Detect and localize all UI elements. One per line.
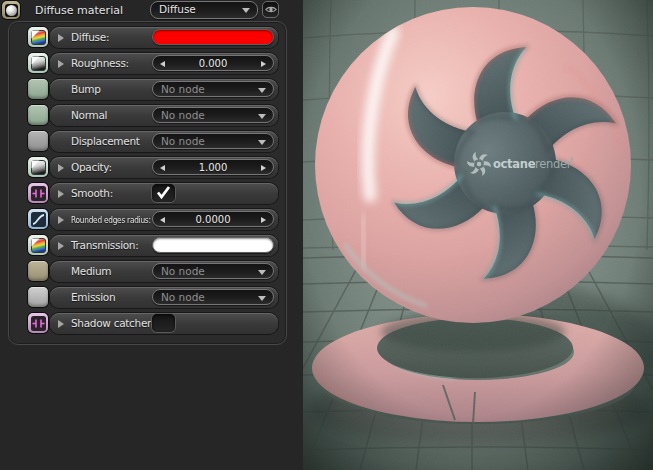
param-row-bar[interactable]: Diffuse:: [50, 27, 278, 48]
chevron-down-icon: [258, 270, 266, 275]
row-smooth: Smooth:: [9, 183, 286, 204]
param-row-bar[interactable]: Normal No node: [50, 105, 278, 126]
row-bump: Bump No node: [9, 79, 286, 100]
node-slot-icon[interactable]: [28, 105, 48, 125]
param-row-bar[interactable]: Opacity: 1.000: [50, 157, 278, 178]
bool-node-icon[interactable]: [28, 183, 48, 203]
spinner-increment-icon[interactable]: [261, 217, 266, 223]
render-preview: octane render ®: [303, 0, 653, 470]
bump-node-dropdown[interactable]: No node: [152, 81, 274, 97]
param-label: Shadow catcher:: [71, 317, 154, 329]
normal-node-dropdown[interactable]: No node: [152, 107, 274, 123]
roughness-spinner[interactable]: 0.000: [152, 55, 274, 71]
param-label: Medium: [71, 265, 111, 277]
param-row-bar[interactable]: Medium No node: [50, 261, 278, 282]
dropdown-value: No node: [161, 83, 205, 95]
row-diffuse: Diffuse:: [9, 27, 286, 48]
spinner-value[interactable]: 0.000: [153, 56, 273, 72]
material-ball-glyph: [6, 5, 17, 16]
expander-arrow-icon[interactable]: [58, 34, 64, 42]
spinner-increment-icon[interactable]: [261, 61, 266, 67]
chevron-down-icon: [258, 114, 266, 119]
param-label: Displacement: [71, 135, 140, 147]
expander-arrow-icon[interactable]: [58, 190, 64, 198]
material-name-label: Diffuse material: [35, 4, 123, 17]
texture-rgb-icon[interactable]: [28, 235, 48, 255]
param-label: Emission: [71, 291, 115, 303]
dropdown-value: No node: [161, 109, 205, 121]
bool-node-icon[interactable]: [28, 313, 48, 333]
diffuse-color-swatch[interactable]: [152, 29, 274, 45]
row-roughness: Roughness: 0.000: [9, 53, 286, 74]
expander-arrow-icon[interactable]: [58, 164, 64, 172]
texture-rgb-icon[interactable]: [28, 27, 48, 47]
chevron-down-icon: [242, 8, 250, 13]
spinner-value[interactable]: 0.0000: [153, 212, 273, 228]
chevron-down-icon: [258, 296, 266, 301]
emission-node-dropdown[interactable]: No node: [152, 289, 274, 305]
material-parameters-pane: Diffuse material Diffuse: [0, 0, 303, 470]
param-row-bar[interactable]: Rounded edges radius: 0.0000: [50, 209, 278, 230]
vignette: [303, 0, 653, 470]
row-opacity: Opacity: 1.000: [9, 157, 286, 178]
displacement-node-dropdown[interactable]: No node: [152, 133, 274, 149]
texture-grayscale-icon[interactable]: [28, 53, 48, 73]
material-type-dropdown[interactable]: Diffuse: [150, 1, 258, 19]
eye-icon: [265, 5, 277, 14]
param-label: Transmission:: [71, 239, 138, 251]
expander-arrow-icon[interactable]: [58, 60, 64, 68]
float-node-icon[interactable]: [28, 209, 48, 229]
chevron-down-icon: [258, 88, 266, 93]
row-shadow-catcher: Shadow catcher:: [9, 313, 286, 334]
smooth-checkbox[interactable]: [152, 184, 175, 202]
param-label: Diffuse:: [71, 31, 109, 43]
expander-arrow-icon[interactable]: [58, 242, 64, 250]
medium-node-dropdown[interactable]: No node: [152, 263, 274, 279]
node-slot-icon[interactable]: [28, 79, 48, 99]
expander-arrow-icon[interactable]: [58, 320, 64, 328]
material-sphere-icon[interactable]: [2, 1, 20, 19]
material-type-value: Diffuse: [159, 3, 196, 15]
row-medium: Medium No node: [9, 261, 286, 282]
param-label: Normal: [71, 109, 107, 121]
dropdown-value: No node: [161, 265, 205, 277]
preview-visibility-button[interactable]: [262, 1, 279, 18]
param-row-bar[interactable]: Bump No node: [50, 79, 278, 100]
parameter-group: Diffuse: Roughness:: [8, 21, 287, 345]
row-emission: Emission No node: [9, 287, 286, 308]
param-row-bar[interactable]: Displacement No node: [50, 131, 278, 152]
spinner-value[interactable]: 1.000: [153, 160, 273, 176]
rounded-edges-radius-spinner[interactable]: 0.0000: [152, 211, 274, 227]
node-slot-icon[interactable]: [28, 131, 48, 151]
dropdown-value: No node: [161, 135, 205, 147]
param-row-bar[interactable]: Emission No node: [50, 287, 278, 308]
param-row-bar[interactable]: Smooth:: [50, 183, 278, 204]
param-row-bar[interactable]: Shadow catcher:: [50, 313, 278, 334]
octane-material-editor: Diffuse material Diffuse: [0, 0, 653, 470]
dropdown-value: No node: [161, 291, 205, 303]
chevron-down-icon: [258, 140, 266, 145]
param-row-bar[interactable]: Roughness: 0.000: [50, 53, 278, 74]
expander-arrow-icon[interactable]: [58, 216, 64, 224]
param-label: Bump: [71, 83, 101, 95]
param-label: Roughness:: [71, 57, 129, 69]
checkmark-icon: [155, 185, 172, 200]
param-row-bar[interactable]: Transmission:: [50, 235, 278, 256]
opacity-spinner[interactable]: 1.000: [152, 159, 274, 175]
row-transmission: Transmission:: [9, 235, 286, 256]
transmission-color-swatch[interactable]: [152, 237, 274, 253]
param-label: Smooth:: [71, 187, 113, 199]
row-normal: Normal No node: [9, 105, 286, 126]
shadow-catcher-checkbox[interactable]: [152, 314, 175, 332]
emission-slot-icon[interactable]: [28, 287, 48, 307]
row-rounded-edges: Rounded edges radius: 0.0000: [9, 209, 286, 230]
param-label: Opacity:: [71, 161, 112, 173]
material-header: Diffuse material Diffuse: [0, 0, 303, 21]
param-label: Rounded edges radius:: [71, 215, 151, 225]
texture-grayscale-icon[interactable]: [28, 157, 48, 177]
row-displacement: Displacement No node: [9, 131, 286, 152]
medium-slot-icon[interactable]: [28, 261, 48, 281]
spinner-increment-icon[interactable]: [261, 165, 266, 171]
